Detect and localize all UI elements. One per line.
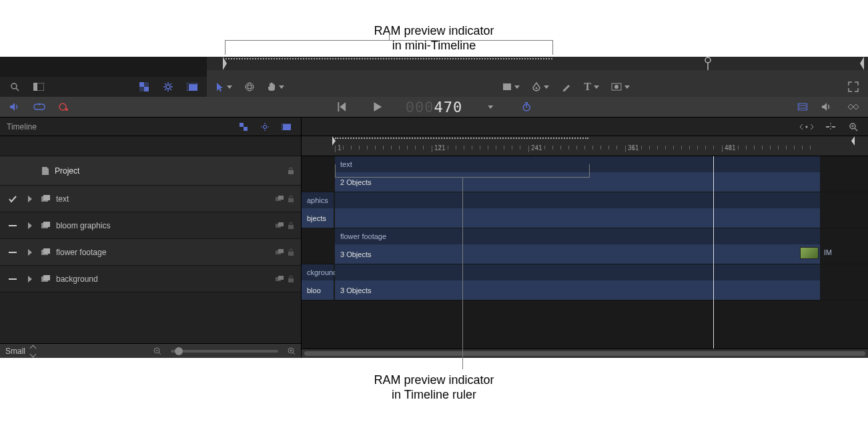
isolate-icon[interactable] — [276, 222, 284, 230]
layer-row[interactable]: text — [0, 186, 301, 212]
svg-rect-73 — [43, 248, 50, 254]
gear-icon[interactable] — [160, 79, 176, 95]
layer-row[interactable]: bloom graphics — [0, 212, 301, 239]
tracks-area[interactable]: text2 Objectsaphicsbjectsflower footage3… — [302, 156, 868, 349]
disclosure-triangle[interactable] — [24, 276, 36, 282]
isolate-icon[interactable] — [276, 248, 284, 256]
svg-rect-70 — [288, 225, 294, 229]
checker-icon[interactable] — [136, 79, 152, 95]
lock-icon[interactable] — [288, 275, 294, 283]
disclosure-triangle[interactable] — [24, 249, 36, 256]
panels-icon[interactable] — [184, 79, 200, 95]
zoom-in-icon[interactable] — [288, 347, 296, 355]
annotation-top-bracket — [225, 40, 553, 55]
project-row[interactable]: Project — [0, 156, 301, 186]
mini-timeline-left-spacer — [0, 57, 207, 77]
row-size-stepper[interactable] — [31, 346, 35, 357]
svg-point-23 — [248, 83, 252, 91]
clip[interactable]: 3 Objects — [335, 264, 820, 300]
annotation-bottom-stem — [462, 178, 463, 369]
visibility-toggle[interactable] — [7, 220, 19, 232]
lock-icon[interactable] — [288, 195, 294, 203]
layer-row[interactable]: background — [0, 266, 301, 292]
svg-rect-65 — [9, 225, 17, 226]
loop-icon[interactable] — [31, 99, 48, 115]
play-button[interactable] — [370, 99, 386, 115]
svg-line-17 — [165, 89, 166, 90]
zoom-slider-thumb[interactable] — [175, 347, 183, 355]
keyframe-nav-icon[interactable] — [797, 119, 816, 135]
go-to-start-button[interactable] — [334, 99, 350, 115]
clip-title — [335, 264, 820, 280]
svg-line-15 — [165, 83, 166, 85]
audio-icon[interactable] — [7, 99, 23, 115]
ram-preview-indicator-ruler — [335, 138, 588, 139]
disclosure-triangle[interactable] — [24, 222, 36, 229]
clip-subtitle: 3 Objects — [335, 280, 820, 300]
timecode-dim: 000 — [406, 99, 434, 116]
clip-subtitle: bloo — [302, 280, 334, 300]
rect-tool[interactable] — [500, 79, 522, 95]
media-pane-icon[interactable] — [31, 79, 47, 95]
svg-rect-8 — [144, 82, 149, 87]
audio-mute-icon[interactable] — [819, 99, 835, 115]
brush-tool[interactable] — [558, 79, 574, 95]
stopwatch-icon[interactable] — [518, 99, 534, 115]
visibility-toggle[interactable] — [7, 193, 19, 205]
ram-preview-indicator-mini — [226, 58, 552, 60]
pen-tool[interactable] — [529, 79, 552, 95]
lock-icon[interactable] — [288, 167, 294, 175]
svg-rect-44 — [244, 127, 248, 131]
svg-point-29 — [65, 108, 68, 111]
mask-tool[interactable] — [608, 79, 632, 95]
svg-rect-77 — [9, 278, 17, 280]
tracks-horizontal-scrollbar[interactable] — [302, 349, 868, 358]
film-icon[interactable] — [795, 99, 811, 115]
lock-icon[interactable] — [288, 248, 294, 256]
keyframes-icon[interactable] — [843, 99, 861, 115]
mini-marker-pin[interactable] — [705, 57, 711, 70]
clip[interactable] — [335, 192, 820, 228]
expand-icon[interactable] — [845, 79, 861, 95]
visibility-toggle[interactable] — [7, 273, 19, 285]
timeline-ruler[interactable]: 1121241361481 — [302, 136, 868, 156]
tracks-scrollbar-thumb[interactable] — [304, 351, 865, 356]
lock-icon[interactable] — [288, 222, 294, 230]
hand-tool[interactable] — [264, 79, 287, 95]
clip-fragment[interactable]: aphicsbjects — [302, 192, 334, 228]
app-window: T 000470 Timeline — [0, 57, 868, 358]
record-icon[interactable] — [56, 99, 72, 115]
timecode-bright: 470 — [434, 99, 463, 116]
arrow-tool[interactable] — [213, 79, 235, 95]
isolate-icon[interactable] — [276, 195, 284, 203]
clip-title: aphics — [302, 192, 334, 208]
zoom-fit-icon[interactable] — [845, 119, 861, 135]
timeline-panels-icon[interactable] — [278, 119, 294, 135]
clip-fragment[interactable]: ckgroundbloo — [302, 264, 334, 300]
svg-rect-67 — [43, 222, 50, 227]
clip[interactable]: flower footage3 ObjectsIM — [335, 228, 820, 264]
zoom-out-icon[interactable] — [153, 347, 161, 355]
timeline-gear-icon[interactable] — [257, 119, 273, 135]
playhead[interactable] — [713, 156, 714, 349]
text-tool[interactable]: T — [581, 79, 602, 95]
timeline-checker-icon[interactable] — [236, 119, 252, 135]
snap-icon[interactable] — [823, 119, 839, 135]
layer-row[interactable]: flower footage — [0, 239, 301, 266]
timecode-display[interactable]: 000470 — [406, 99, 463, 116]
visibility-toggle[interactable] — [7, 246, 19, 258]
timeline-label: Timeline — [0, 122, 236, 132]
svg-rect-51 — [283, 124, 291, 130]
search-icon[interactable] — [7, 79, 23, 95]
transform-3d-tool[interactable] — [242, 79, 258, 95]
layers-zoom-slider[interactable] — [171, 350, 278, 353]
mini-out-marker[interactable] — [857, 57, 864, 70]
layer-name: bloom graphics — [56, 221, 270, 230]
svg-rect-75 — [278, 249, 284, 253]
mini-in-marker[interactable] — [223, 57, 230, 70]
clip-subtitle — [335, 208, 820, 228]
timecode-menu-icon[interactable] — [482, 99, 498, 115]
disclosure-triangle[interactable] — [24, 196, 36, 202]
isolate-icon[interactable] — [276, 275, 284, 283]
mini-timeline-track[interactable] — [207, 57, 868, 77]
